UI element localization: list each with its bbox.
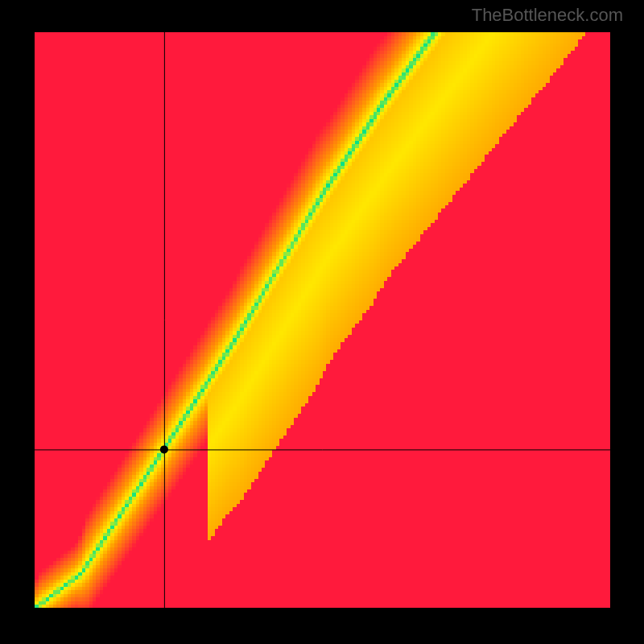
watermark-text: TheBottleneck.com — [472, 5, 623, 26]
chart-container: TheBottleneck.com — [0, 0, 644, 644]
heatmap-canvas — [35, 32, 610, 608]
plot-area — [35, 32, 610, 608]
